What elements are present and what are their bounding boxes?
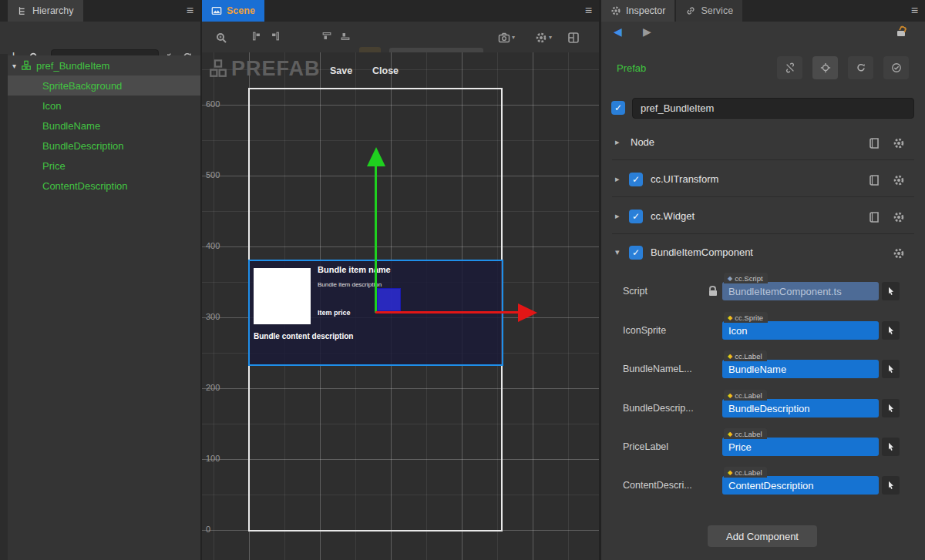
scene-menu-icon[interactable]: ≡ (585, 2, 592, 19)
add-component-button[interactable]: Add Component (708, 525, 817, 547)
caret-right-icon[interactable]: ▸ (615, 211, 620, 221)
tree-item-contentdescription[interactable]: ContentDescription (8, 176, 200, 196)
tree-item-icon[interactable]: Icon (8, 96, 200, 116)
align-bottom-icon (340, 31, 351, 42)
grid-icon (567, 32, 580, 44)
help-docs-button[interactable] (868, 173, 880, 186)
scene-toolbar: Default De... ▼ ▾ ▾ (202, 22, 599, 52)
camera-settings-button[interactable]: ▾ (498, 30, 515, 44)
unlink-prefab-button[interactable] (777, 56, 802, 79)
iconsprite-value-field[interactable]: Icon (722, 321, 879, 340)
align-right-button[interactable] (270, 31, 281, 45)
asset-picker-button[interactable] (882, 438, 900, 456)
inspector-tab-label: Inspector (626, 5, 665, 16)
tab-inspector[interactable]: Inspector (601, 0, 674, 22)
component-menu-button[interactable] (893, 173, 905, 186)
component-menu-button[interactable] (893, 136, 905, 149)
card-content-description: Bundle content description (254, 332, 353, 340)
section-node[interactable]: ▸ Node (601, 132, 925, 153)
pricelabel-value-field[interactable]: Price (722, 438, 879, 456)
tab-hierarchy[interactable]: Hierarchy (8, 0, 83, 22)
apply-prefab-button[interactable] (883, 56, 909, 79)
tree-item-bundlename[interactable]: BundleName (8, 116, 200, 136)
asset-picker-button[interactable] (882, 476, 900, 495)
ruler-label: 600 (206, 99, 220, 109)
tree-item-spritebackground[interactable]: SpriteBackground (8, 75, 200, 96)
inspector-menu-icon[interactable]: ≡ (911, 2, 918, 19)
asset-picker-button[interactable] (882, 360, 900, 378)
caret-right-icon[interactable]: ▸ (615, 174, 620, 184)
script-value-field[interactable]: BundleItemComponent.ts (722, 282, 879, 300)
component-enable-checkbox[interactable]: ✓ (629, 173, 643, 186)
tree-item-label: BundleName (42, 120, 100, 132)
tree-item-label: BundleDescription (42, 140, 124, 152)
caret-right-icon[interactable]: ▸ (615, 137, 620, 147)
refresh-icon (856, 62, 866, 73)
contentdescription-value-field[interactable]: ContentDescription (722, 476, 879, 495)
bundlename-value-field[interactable]: BundleName (722, 360, 879, 378)
asset-picker-button[interactable] (882, 282, 900, 300)
close-button[interactable]: Close (372, 65, 399, 76)
ruler-label: 500 (206, 170, 220, 179)
link-icon (685, 5, 696, 16)
section-bundleitemcomponent[interactable]: ▾ ✓ BundleItemComponent (601, 243, 925, 263)
camera-icon (498, 32, 510, 44)
section-uitransform[interactable]: ▸ ✓ cc.UITransform (601, 169, 925, 189)
gizmo-plane-handle[interactable] (377, 288, 401, 311)
layout-grid-button[interactable] (567, 30, 580, 44)
unlink-icon (785, 62, 796, 73)
align-left-button[interactable] (251, 31, 262, 45)
card-bundle-description: Bundle item description (318, 281, 382, 288)
gizmo-x-arrowhead[interactable] (518, 303, 537, 322)
type-badge: ◆cc.Label (724, 467, 767, 478)
help-docs-button[interactable] (868, 210, 880, 223)
scene-viewport[interactable]: 600 500 400 300 200 100 0 PREFAB Save Cl… (202, 52, 599, 560)
component-menu-button[interactable] (893, 210, 905, 223)
prop-label-script: Script (623, 286, 648, 297)
help-docs-button[interactable] (868, 136, 880, 149)
align-bottom-button[interactable] (340, 31, 351, 45)
tree-item-pref-bundleitem[interactable]: ▾ pref_BundleItem (8, 55, 200, 75)
inspector-lock-icon[interactable] (897, 31, 905, 36)
tree-item-label: ContentDescription (42, 180, 128, 192)
bundledescription-value-field[interactable]: BundleDescription (722, 399, 879, 417)
caret-down-icon[interactable]: ▾ (615, 247, 620, 257)
align-top-button[interactable] (321, 31, 332, 45)
component-enable-checkbox[interactable]: ✓ (629, 210, 643, 223)
hierarchy-tab-label: Hierarchy (32, 5, 74, 16)
nav-back-button[interactable]: ◀ (614, 25, 622, 38)
save-button[interactable]: Save (330, 65, 352, 76)
nav-forward-button[interactable]: ▶ (643, 25, 651, 38)
prop-label-iconsprite: IconSprite (623, 325, 666, 336)
asset-picker-button[interactable] (882, 321, 900, 340)
tab-service[interactable]: Service (676, 0, 742, 22)
node-active-checkbox[interactable]: ✓ (611, 101, 625, 115)
gizmo-y-arrowhead[interactable] (367, 147, 385, 166)
expand-caret-icon[interactable]: ▾ (12, 62, 16, 70)
component-enable-checkbox[interactable]: ✓ (629, 246, 643, 260)
tab-scene[interactable]: Scene (202, 0, 264, 22)
prefab-watermark: PREFAB (231, 57, 321, 81)
section-label: Node (631, 136, 654, 148)
ruler-label: 200 (206, 383, 220, 392)
check-circle-icon (891, 62, 902, 73)
cursor-icon (886, 442, 896, 451)
gizmo-x-axis[interactable] (375, 311, 519, 314)
tree-item-label: Icon (42, 100, 62, 112)
zoom-button[interactable] (215, 30, 227, 44)
section-widget[interactable]: ▸ ✓ cc.Widget (601, 206, 925, 226)
tree-item-price[interactable]: Price (8, 156, 200, 176)
cursor-icon (886, 287, 896, 296)
component-menu-button[interactable] (893, 246, 905, 260)
scene-panel: Scene ≡ Default De... ▼ ▾ ▾ 600 500 400 … (202, 0, 599, 560)
asset-picker-button[interactable] (882, 399, 900, 417)
node-name-input[interactable] (632, 98, 914, 119)
hierarchy-icon (17, 5, 28, 16)
tree-item-bundledescription[interactable]: BundleDescription (8, 136, 200, 156)
locate-prefab-button[interactable] (812, 56, 838, 79)
reset-prefab-button[interactable] (848, 56, 873, 79)
hierarchy-menu-icon[interactable]: ≡ (187, 2, 193, 19)
tree-item-label: SpriteBackground (42, 80, 122, 92)
type-badge: ◆cc.Label (724, 350, 767, 361)
scene-gear-button[interactable]: ▾ (535, 30, 552, 44)
